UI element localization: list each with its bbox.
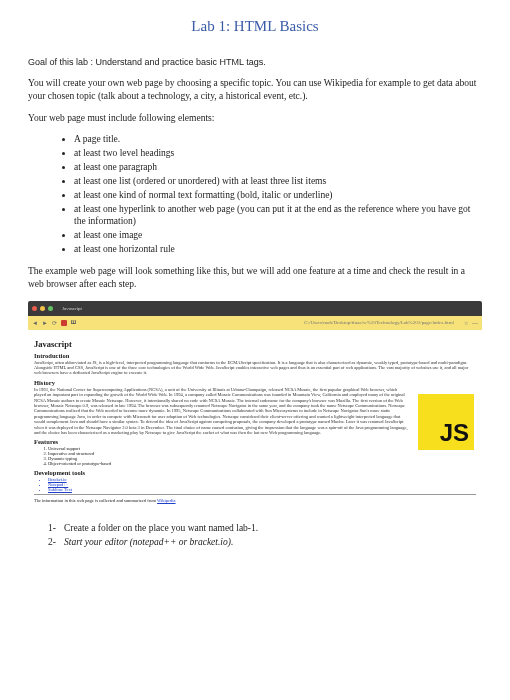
- step-text: Start your editor (notepad++ or bracket.…: [64, 537, 233, 547]
- minimize-icon: [40, 306, 45, 311]
- address-bar: ◄ ► ⟳ ⚿ C:/Users/moh/Desktop/ffuac/w%20T…: [28, 316, 482, 330]
- page-preview: Javascript Introduction JavaScript, ofte…: [28, 330, 482, 508]
- preview-features-list: Universal support Imperative and structu…: [34, 446, 476, 466]
- lab-goal: Goal of this lab : Understand and practi…: [28, 57, 482, 67]
- intro-paragraph: You will create your own web page by cho…: [28, 77, 482, 103]
- steps: 1-Create a folder on the place you want …: [28, 523, 482, 547]
- step-num: 2-: [48, 537, 64, 547]
- lock-icon: ⚿: [71, 320, 76, 325]
- lab-title: Lab 1: HTML Basics: [28, 18, 482, 35]
- preview-h2-features: Features: [34, 438, 476, 445]
- js-logo-text: JS: [440, 419, 469, 447]
- list-item: at least one paragraph: [74, 161, 482, 173]
- bookmark-icon: ☆: [464, 320, 468, 326]
- preview-hr: [34, 494, 476, 495]
- list-item: at least one horizontal rule: [74, 243, 482, 255]
- menu-icon: ⋯: [472, 319, 478, 326]
- close-icon: [32, 306, 37, 311]
- list-item: at least one hyperlink to another web pa…: [74, 203, 482, 228]
- home-icon: [61, 320, 67, 326]
- example-screenshot: Javascript ◄ ► ⟳ ⚿ C:/Users/moh/Desktop/…: [28, 301, 482, 508]
- browser-titlebar: Javascript: [28, 301, 482, 316]
- back-icon: ◄: [32, 320, 38, 326]
- list-item: at least one kind of normal text formatt…: [74, 189, 482, 201]
- preview-footer-link: Wikipedia: [157, 498, 176, 503]
- step-1: 1-Create a folder on the place you want …: [48, 523, 482, 533]
- list-item: at least one list (ordered or unordered)…: [74, 175, 482, 187]
- preview-h2-intro: Introduction: [34, 352, 476, 359]
- preview-tools-list: Bracket.io Notepad++ Sublime Text: [34, 477, 476, 492]
- preview-h1: Javascript: [34, 339, 476, 349]
- maximize-icon: [48, 306, 53, 311]
- example-lead: The example web page will look something…: [28, 265, 482, 291]
- forward-icon: ►: [42, 320, 48, 326]
- preview-intro-text: JavaScript, often abbreviated as JS, is …: [34, 360, 476, 376]
- requirements-list: A page title. at least two level heading…: [28, 133, 482, 255]
- list-item: at least two level headings: [74, 147, 482, 159]
- preview-h2-tools: Development tools: [34, 469, 476, 476]
- must-include: Your web page must include following ele…: [28, 112, 482, 125]
- preview-footer: The information in this web page is coll…: [34, 498, 476, 503]
- preview-history-text: In 1993, the National Center for Superco…: [34, 387, 476, 436]
- preview-h2-history: History: [34, 379, 476, 386]
- step-2: 2-Start your editor (notepad++ or bracke…: [48, 537, 482, 547]
- js-logo-image: JS: [418, 394, 474, 450]
- preview-footer-text: The information in this web page is coll…: [34, 498, 157, 503]
- list-item: A page title.: [74, 133, 482, 145]
- list-item: Sublime Text: [48, 487, 476, 492]
- reload-icon: ⟳: [52, 319, 57, 326]
- step-text: Create a folder on the place you want na…: [64, 523, 258, 533]
- step-num: 1-: [48, 523, 64, 533]
- url-text: C:/Users/moh/Desktop/ffuac/w%20Technolog…: [80, 320, 460, 325]
- browser-tab-label: Javascript: [62, 306, 82, 311]
- list-item: Object-oriented or prototype-based: [48, 461, 476, 466]
- list-item: at least one image: [74, 229, 482, 241]
